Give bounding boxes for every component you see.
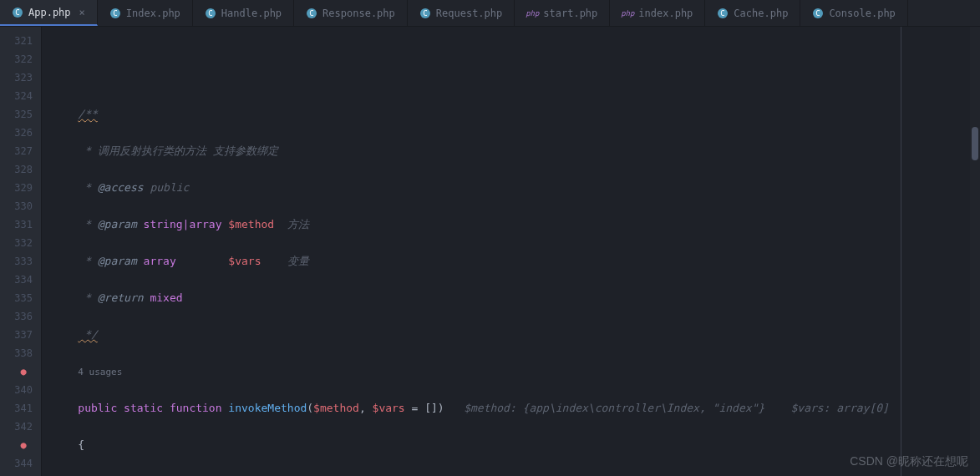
doc-tag: @param bbox=[98, 255, 137, 267]
svg-text:C: C bbox=[15, 8, 19, 17]
php-icon: php bbox=[526, 8, 538, 19]
class-icon: C bbox=[306, 8, 317, 19]
tab-label: Response.php bbox=[322, 8, 395, 19]
doc-tag: @access bbox=[98, 181, 144, 194]
line-num: 336 bbox=[0, 307, 33, 326]
line-num: 337 bbox=[0, 326, 33, 344]
doc-var: $vars bbox=[228, 255, 261, 267]
doc-type: array bbox=[144, 255, 176, 267]
line-num: 341 bbox=[0, 399, 33, 418]
kw: static bbox=[124, 402, 163, 414]
doc-var: $method bbox=[228, 218, 274, 230]
doc-desc: 变量 bbox=[287, 255, 309, 267]
doc-line: * 调用反射执行类的方法 支持参数绑定 bbox=[78, 144, 277, 157]
editor: 321 322 323 324 325 326 327 328 329 330 … bbox=[0, 27, 980, 476]
tab-label: start.php bbox=[543, 8, 597, 19]
line-num: 327 bbox=[0, 142, 33, 160]
doc-val: mixed bbox=[150, 291, 182, 304]
margin-guide bbox=[901, 27, 901, 476]
doc-type: string|array bbox=[144, 218, 222, 230]
line-num: 332 bbox=[0, 234, 33, 252]
doc-close: */ bbox=[78, 328, 97, 341]
var: $method bbox=[313, 402, 359, 414]
line-num: 329 bbox=[0, 179, 33, 197]
tab-label: Index.php bbox=[126, 8, 180, 19]
op: = [] bbox=[412, 402, 438, 414]
fn-name: invokeMethod bbox=[228, 402, 307, 414]
doc-open: /** bbox=[78, 108, 97, 120]
kw: public bbox=[78, 402, 117, 414]
svg-text:C: C bbox=[721, 9, 725, 18]
close-icon[interactable]: × bbox=[79, 7, 85, 18]
tab-label: index.php bbox=[638, 8, 693, 19]
code-area[interactable]: /** * 调用反射执行类的方法 支持参数绑定 * @access public… bbox=[42, 27, 980, 476]
tab-label: Request.php bbox=[436, 8, 502, 19]
line-num: 330 bbox=[0, 197, 33, 215]
line-num: 334 bbox=[0, 271, 33, 289]
tab-bar: CApp.php× CIndex.php CHandle.php CRespon… bbox=[0, 0, 980, 27]
doc-desc: 方法 bbox=[287, 218, 309, 230]
svg-text:C: C bbox=[208, 9, 212, 18]
doc-tag: @return bbox=[98, 291, 144, 304]
line-num: 331 bbox=[0, 215, 33, 234]
class-icon: C bbox=[109, 8, 121, 19]
breakpoint-icon[interactable]: ● bbox=[0, 436, 33, 454]
line-num: 321 bbox=[0, 32, 33, 50]
class-icon: C bbox=[12, 7, 23, 18]
class-icon: C bbox=[717, 8, 729, 19]
svg-text:C: C bbox=[309, 9, 313, 18]
line-num: 328 bbox=[0, 160, 33, 179]
gutter: 321 322 323 324 325 326 327 328 329 330 … bbox=[0, 27, 42, 476]
watermark: CSDN @昵称还在想呢 bbox=[850, 454, 968, 469]
tab-console-php[interactable]: CConsole.php bbox=[800, 0, 907, 26]
var: $vars bbox=[373, 402, 405, 414]
class-icon: C bbox=[812, 8, 824, 19]
tab-handle-php[interactable]: CHandle.php bbox=[193, 0, 294, 26]
scrollbar[interactable] bbox=[970, 27, 980, 476]
class-icon: C bbox=[419, 8, 431, 19]
scroll-thumb[interactable] bbox=[972, 127, 978, 160]
usages-hint[interactable]: 4 usages bbox=[78, 367, 122, 377]
line-num: 323 bbox=[0, 68, 33, 87]
tab-request-php[interactable]: CRequest.php bbox=[408, 0, 515, 26]
tab-label: Cache.php bbox=[734, 8, 788, 19]
php-icon: php bbox=[622, 8, 633, 19]
tab-app-php[interactable]: CApp.php× bbox=[0, 0, 98, 26]
doc-val: public bbox=[150, 181, 189, 194]
line-num: 325 bbox=[0, 105, 33, 124]
tab-label: Console.php bbox=[829, 8, 895, 19]
line-num: 344 bbox=[0, 454, 33, 473]
line-num: 340 bbox=[0, 381, 33, 399]
tab-start-php[interactable]: phpstart.php bbox=[515, 0, 610, 26]
tab-indexphp[interactable]: phpindex.php bbox=[610, 0, 705, 26]
kw: function bbox=[170, 402, 222, 414]
line-num: 338 bbox=[0, 344, 33, 362]
svg-text:C: C bbox=[113, 9, 117, 18]
doc-tag: @param bbox=[98, 218, 137, 230]
line-num: 342 bbox=[0, 418, 33, 436]
line-num: 333 bbox=[0, 252, 33, 271]
tab-cache-php[interactable]: CCache.php bbox=[705, 0, 800, 26]
line-num: 322 bbox=[0, 50, 33, 68]
tab-index-php[interactable]: CIndex.php bbox=[98, 0, 193, 26]
line-num: 324 bbox=[0, 87, 33, 105]
line-num: 335 bbox=[0, 289, 33, 307]
svg-text:C: C bbox=[816, 9, 820, 18]
inline-hint: $method: {app\index\controller\Index, "i… bbox=[464, 402, 889, 414]
line-num: 326 bbox=[0, 124, 33, 142]
breakpoint-icon[interactable]: ● bbox=[0, 362, 33, 381]
tab-label: Handle.php bbox=[221, 8, 282, 19]
class-icon: C bbox=[205, 8, 216, 19]
tab-response-php[interactable]: CResponse.php bbox=[294, 0, 408, 26]
svg-text:C: C bbox=[423, 9, 427, 18]
tab-label: App.php bbox=[28, 7, 71, 18]
